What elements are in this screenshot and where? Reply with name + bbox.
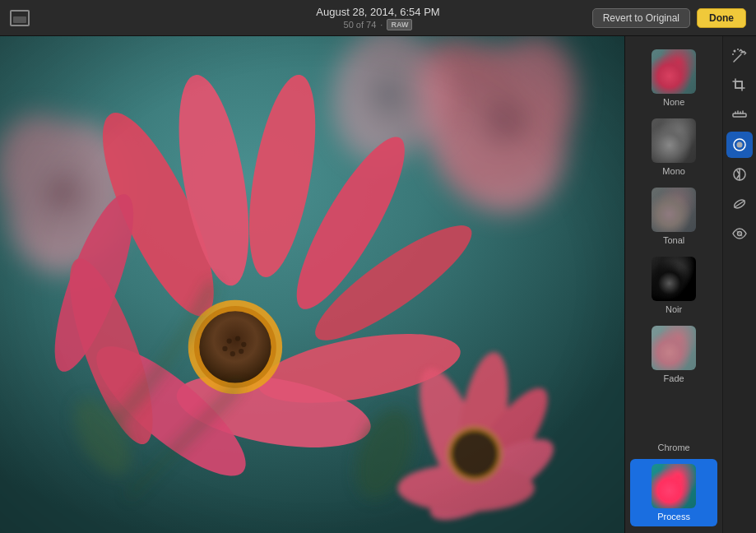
top-bar-right: Revert to Original Done (592, 8, 746, 28)
photo-count: 50 of 74 (344, 20, 377, 30)
tool-redeye-button[interactable] (726, 220, 753, 247)
raw-badge: RAW (387, 19, 412, 30)
filter-thumb-process (652, 464, 696, 508)
filter-thumb-noir (652, 257, 696, 301)
filter-thumb-none (652, 49, 696, 94)
tool-crop-button[interactable] (726, 72, 753, 99)
tool-adjust-button[interactable] (726, 161, 753, 188)
revert-button[interactable]: Revert to Original (592, 8, 690, 28)
svg-point-43 (732, 53, 734, 55)
filter-thumb-mono (652, 118, 696, 163)
photo-date: August 28, 2014, 6:54 PM (316, 6, 439, 18)
filter-thumb-tonal (652, 188, 696, 232)
tool-straighten-button[interactable] (726, 102, 753, 128)
svg-rect-45 (733, 114, 746, 117)
filter-label-fade: Fade (664, 373, 684, 383)
svg-rect-40 (0, 36, 624, 533)
filter-label-tonal: Tonal (663, 235, 684, 245)
filter-item-transfer[interactable]: Transfer (630, 528, 717, 533)
filter-label-noir: Noir (666, 304, 682, 314)
filter-thumb-chrome (652, 395, 696, 439)
filter-item-noir[interactable]: Noir (630, 252, 717, 319)
flower-photo (0, 36, 624, 533)
photo-icon (10, 10, 30, 26)
top-bar-title: August 28, 2014, 6:54 PM 50 of 74 · RAW (316, 6, 439, 30)
svg-point-47 (737, 142, 743, 148)
tool-filter-button[interactable] (726, 132, 753, 158)
photo-count-info: 50 of 74 · RAW (316, 19, 439, 30)
svg-point-41 (734, 50, 736, 53)
top-bar: August 28, 2014, 6:54 PM 50 of 74 · RAW … (0, 0, 756, 36)
flower-svg (0, 36, 624, 533)
svg-point-42 (737, 49, 739, 50)
filter-item-chrome[interactable]: Chrome (630, 390, 717, 457)
filter-item-fade[interactable]: Fade (630, 321, 717, 388)
svg-rect-44 (735, 81, 742, 88)
filter-label-process: Process (657, 512, 690, 521)
done-button[interactable]: Done (697, 8, 746, 28)
filter-item-process[interactable]: Process (630, 459, 717, 526)
filter-label-chrome: Chrome (658, 443, 690, 452)
filter-label-none: None (663, 97, 684, 107)
tool-retouch-button[interactable] (726, 191, 753, 217)
filter-label-mono: Mono (662, 166, 685, 176)
right-panel: NoneMonoTonalNoirFadeChromeProcessTransf… (624, 36, 756, 533)
main-content: NoneMonoTonalNoirFadeChromeProcessTransf… (0, 36, 756, 533)
image-area (0, 36, 624, 533)
filter-item-mono[interactable]: Mono (630, 114, 717, 181)
filter-item-tonal[interactable]: Tonal (630, 183, 717, 250)
tool-enhance-button[interactable] (726, 43, 753, 69)
filters-list: NoneMonoTonalNoirFadeChromeProcessTransf… (625, 36, 723, 533)
top-bar-left (10, 10, 30, 26)
filter-thumb-fade (652, 326, 696, 370)
filter-item-none[interactable]: None (630, 44, 717, 112)
dot-separator: · (380, 20, 383, 30)
tools-sidebar (723, 36, 756, 533)
